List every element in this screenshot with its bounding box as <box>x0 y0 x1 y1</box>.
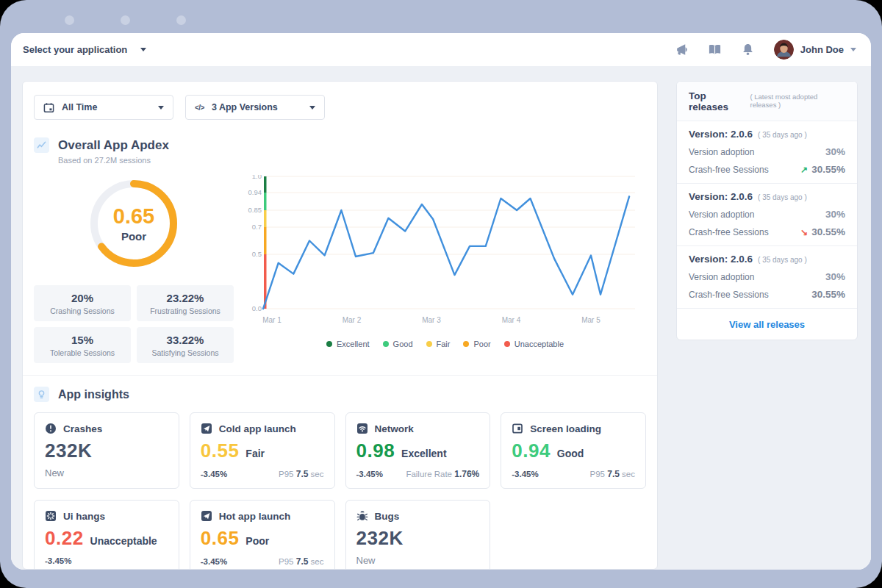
legend-label: Poor <box>473 340 490 348</box>
svg-text:Mar 4: Mar 4 <box>502 316 521 324</box>
release-version: Version: 2.0.6 <box>689 191 753 202</box>
browser-frame: Select your application <box>0 0 882 588</box>
time-range-value: All Time <box>62 102 151 112</box>
card-title: Crashes <box>63 423 102 434</box>
app-versions-value: 3 App Versions <box>212 102 302 112</box>
card-title: Hot app launch <box>219 511 291 522</box>
alert-circle-icon <box>45 423 57 434</box>
svg-text:Mar 1: Mar 1 <box>262 316 282 324</box>
stat-label: Tolerable Sessions <box>37 348 128 357</box>
card-ui-hangs[interactable]: Ui hangs 0.22 Unacceptable -3.45% <box>34 500 179 570</box>
card-value: 0.22 <box>45 527 84 550</box>
stat-label: Satisfying Sessions <box>140 348 231 357</box>
legend-label: Good <box>393 340 413 348</box>
trend-arrow-icon: ↘ <box>800 227 808 237</box>
card-delta: -3.45% <box>356 470 383 478</box>
topbar: Select your application <box>11 33 871 66</box>
release-version: Version: 2.0.6 <box>689 129 753 140</box>
stat-value: 15% <box>37 334 128 346</box>
release-age: ( 35 days ago ) <box>758 193 807 201</box>
card-crashes[interactable]: Crashes 232K New <box>34 412 179 489</box>
avatar <box>774 40 794 60</box>
svg-text:Mar 3: Mar 3 <box>422 316 441 324</box>
adoption-value: 30% <box>825 209 845 220</box>
top-releases-subtitle: ( Latest most adopted releases ) <box>750 93 846 109</box>
chevron-down-icon <box>158 106 164 110</box>
stat-tolerable-sessions: 15% Tolerable Sessions <box>34 327 131 363</box>
lightbulb-icon <box>34 387 49 402</box>
insights-title: App insights <box>58 388 129 401</box>
crashfree-label: Crash-free Sessions <box>689 227 769 237</box>
wifi-icon <box>356 423 368 434</box>
legend-label: Unacceptable <box>514 340 564 348</box>
legend-item: Good <box>383 340 413 348</box>
release-age: ( 35 days ago ) <box>758 131 807 139</box>
apdex-score-label: Poor <box>121 230 146 243</box>
bug-icon <box>356 510 368 522</box>
card-title: Screen loading <box>530 423 601 434</box>
crashfree-value: ↘30.55% <box>800 226 845 237</box>
svg-text:Mar 2: Mar 2 <box>343 316 362 324</box>
time-range-dropdown[interactable]: All Time <box>34 95 173 120</box>
card-delta: -3.45% <box>201 557 227 566</box>
card-delta: -3.45% <box>201 470 227 478</box>
adoption-value: 30% <box>825 146 845 157</box>
card-title: Bugs <box>375 511 400 522</box>
card-score-label: Poor <box>245 535 269 547</box>
legend-dot <box>504 341 510 347</box>
window-dot <box>176 15 186 25</box>
chevron-down-icon <box>140 48 146 51</box>
apdex-section-header: Overall App Apdex <box>34 137 646 153</box>
card-screen-loading[interactable]: Screen loading 0.94 Good -3.45% P95 7.5 … <box>501 412 646 489</box>
svg-text:Mar 5: Mar 5 <box>581 316 600 324</box>
legend-dot <box>383 341 389 347</box>
announcements-megaphone-icon[interactable] <box>675 43 689 57</box>
card-metric: P95 7.5 sec <box>590 469 635 479</box>
insight-cards-grid: Crashes 232K New Cold app launch 0.55 Fa… <box>34 412 646 570</box>
card-bugs[interactable]: Bugs 232K New <box>345 500 491 570</box>
card-sub: New <box>45 467 168 478</box>
chevron-down-icon <box>309 106 315 110</box>
card-cold-app-launch[interactable]: Cold app launch 0.55 Fair -3.45% P95 7.5… <box>190 412 335 489</box>
release-version: Version: 2.0.6 <box>689 254 753 265</box>
adoption-label: Version adoption <box>689 272 754 282</box>
insights-section-header: App insights <box>34 387 646 402</box>
legend-label: Fair <box>437 340 451 348</box>
dashboard-content: All Time </> 3 App Versions Overall App … <box>11 66 871 570</box>
card-network[interactable]: Network 0.98 Excellent -3.45% Failure Ra… <box>345 412 491 489</box>
top-releases-panel: Top releases ( Latest most adopted relea… <box>676 81 858 340</box>
section-divider <box>23 375 657 376</box>
legend-item: Fair <box>426 340 451 348</box>
legend-item: Poor <box>463 340 490 348</box>
release-item[interactable]: Version: 2.0.6 ( 35 days ago ) Version a… <box>677 184 857 246</box>
view-all-releases-link[interactable]: View all releases <box>729 319 805 330</box>
card-delta: -3.45% <box>45 556 71 565</box>
docs-book-icon[interactable] <box>708 43 722 57</box>
card-metric: P95 7.5 sec <box>279 469 323 479</box>
calendar-icon <box>43 102 54 113</box>
legend-label: Excellent <box>337 340 370 348</box>
application-selector-label: Select your application <box>23 44 127 55</box>
code-icon: </> <box>195 104 204 112</box>
release-item[interactable]: Version: 2.0.6 ( 35 days ago ) Version a… <box>677 121 857 184</box>
stat-frustrating-sessions: 23.22% Frustrating Sessions <box>137 285 234 321</box>
card-score-label: Unacceptable <box>90 535 157 547</box>
card-hot-app-launch[interactable]: Hot app launch 0.65 Poor -3.45% P95 7.5 … <box>190 500 335 570</box>
card-title: Ui hangs <box>63 511 105 522</box>
application-selector[interactable]: Select your application <box>23 44 146 55</box>
release-age: ( 35 days ago ) <box>758 256 807 264</box>
release-item[interactable]: Version: 2.0.6 ( 35 days ago ) Version a… <box>677 246 857 309</box>
user-menu[interactable]: John Doe <box>774 40 856 60</box>
card-value: 0.98 <box>356 440 395 462</box>
svg-text:0.85: 0.85 <box>248 206 262 214</box>
legend-item: Unacceptable <box>504 340 564 348</box>
session-stats-grid: 20% Crashing Sessions 23.22% Frustrating… <box>34 285 234 363</box>
stat-value: 33.22% <box>140 334 231 346</box>
notifications-bell-icon[interactable] <box>741 43 755 57</box>
apdex-score: 0.65 <box>113 204 154 229</box>
card-delta: -3.45% <box>512 470 538 478</box>
adoption-value: 30% <box>825 271 845 282</box>
rocket-launch-icon <box>201 423 212 434</box>
app-versions-dropdown[interactable]: </> 3 App Versions <box>185 95 325 120</box>
window-dot <box>121 15 130 25</box>
